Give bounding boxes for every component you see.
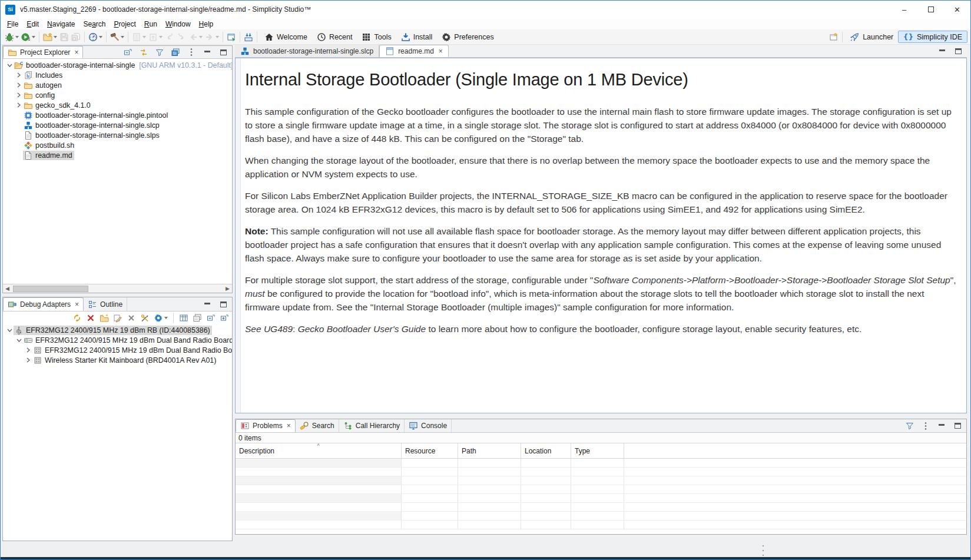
- tree-item-gecko-sdk-4-1-0[interactable]: gecko_sdk_4.1.0: [3, 100, 232, 110]
- si-packages-button[interactable]: Si: [170, 46, 181, 59]
- maximize-view-button[interactable]: [952, 45, 964, 58]
- open-perspective-button[interactable]: [828, 31, 840, 44]
- tree-item-postbuild-sh[interactable]: postbuild.sh: [3, 140, 232, 150]
- build-button[interactable]: [109, 31, 125, 44]
- chevron-right-icon[interactable]: [15, 102, 23, 108]
- maximize-view-button[interactable]: [952, 419, 963, 432]
- tools-button[interactable]: Tools: [357, 31, 396, 44]
- minimize-button[interactable]: –: [891, 1, 917, 18]
- dropdown-arrow-icon[interactable]: [121, 36, 124, 38]
- bottom-tab-console[interactable]: Console: [405, 419, 452, 432]
- bottom-tab-search[interactable]: Search: [296, 419, 339, 432]
- dropdown-arrow-icon[interactable]: [15, 36, 19, 38]
- welcome-button[interactable]: Welcome: [260, 31, 312, 44]
- flash-programmer-button[interactable]: [87, 31, 104, 44]
- maximize-view-button[interactable]: [217, 298, 229, 311]
- refresh-button[interactable]: [71, 312, 83, 324]
- run-button[interactable]: [20, 31, 37, 44]
- tree-item-bootloader-storage-internal-single-slcp[interactable]: bootloader-storage-internal-single.slcp: [3, 120, 232, 130]
- dropdown-arrow-icon[interactable]: [99, 36, 102, 38]
- debug-button[interactable]: [4, 31, 20, 44]
- collapse-all-button[interactable]: [205, 312, 217, 324]
- menu-run[interactable]: Run: [140, 18, 161, 29]
- disconnect-button[interactable]: [85, 312, 97, 324]
- preferences-button[interactable]: Preferences: [437, 31, 498, 44]
- install-button[interactable]: Install: [396, 31, 438, 44]
- view-tab-debug-adapters[interactable]: Debug Adapters×: [3, 297, 84, 311]
- tree-item-autogen[interactable]: autogen: [3, 80, 232, 90]
- chevron-down-icon[interactable]: [5, 328, 14, 333]
- chevron-right-icon[interactable]: [15, 82, 23, 88]
- close-button[interactable]: ✕: [944, 1, 970, 18]
- dropdown-arrow-icon[interactable]: [164, 317, 168, 319]
- scrollbar-thumb[interactable]: [13, 286, 88, 292]
- tree-item-bootloader-storage-internal-single[interactable]: Cbootloader-storage-internal-single[GNU …: [3, 60, 232, 70]
- statusbar-drag-handle[interactable]: [762, 545, 764, 556]
- editor-tab-bootloader-storage-internal-single-slcp[interactable]: bootloader-storage-internal-single.slcp: [235, 45, 379, 57]
- tree-item-efr32mg12-2400-915-mhz-19-dbm-dual-band-ra[interactable]: EFR32MG12 2400/915 MHz 19 dBm Dual Band …: [3, 335, 232, 345]
- column-header-path[interactable]: Path: [458, 443, 521, 458]
- new-group-button[interactable]: [98, 312, 110, 324]
- expand-all-button[interactable]: [218, 312, 230, 324]
- bottom-tab-problems[interactable]: Problems×: [236, 419, 296, 432]
- chevron-right-icon[interactable]: [24, 357, 32, 363]
- minimize-view-button[interactable]: [936, 419, 947, 432]
- view-tab-project-explorer[interactable]: Project Explorer×: [3, 46, 83, 58]
- chevron-right-icon[interactable]: [15, 72, 23, 78]
- launcher-perspective-button[interactable]: Launcher: [845, 31, 898, 43]
- collapse-all-button[interactable]: [122, 46, 134, 59]
- menu-file[interactable]: File: [3, 18, 22, 29]
- close-tab-icon[interactable]: ×: [439, 47, 443, 55]
- tree-item-includes[interactable]: hIncludes: [3, 70, 232, 80]
- new-editor-window-button[interactable]: [226, 31, 237, 44]
- chevron-down-icon[interactable]: [5, 63, 14, 68]
- tree-item-bootloader-storage-internal-single-pintool[interactable]: bootloader-storage-internal-single.pinto…: [3, 110, 232, 120]
- minimize-view-button[interactable]: [936, 45, 948, 58]
- tree-item-bootloader-storage-internal-single-slps[interactable]: bootloader-storage-internal-single.slps: [3, 130, 232, 140]
- filter-button[interactable]: [904, 419, 916, 432]
- minimize-view-button[interactable]: [201, 298, 213, 311]
- menu-navigate[interactable]: Navigate: [43, 18, 79, 29]
- rename-button[interactable]: [112, 312, 124, 324]
- editor-tab-readme-md[interactable]: readme.md×: [379, 45, 449, 57]
- recent-button[interactable]: Recent: [312, 31, 357, 44]
- menu-edit[interactable]: Edit: [22, 18, 43, 29]
- column-header-location[interactable]: Location: [521, 443, 571, 458]
- software-update-button[interactable]: [243, 31, 254, 44]
- column-header-type[interactable]: Type: [571, 443, 624, 458]
- minimize-view-button[interactable]: [201, 46, 213, 59]
- view-tab-outline[interactable]: Outline: [84, 297, 127, 311]
- columns-view-button[interactable]: [178, 312, 190, 324]
- tree-item-efr32mg12-2400-915-mhz-19-dbm-rb-id-440085[interactable]: EFR32MG12 2400/915 MHz 19 dBm RB (ID:440…: [3, 325, 232, 335]
- duplicate-view-button[interactable]: [191, 312, 203, 324]
- menu-window[interactable]: Window: [161, 18, 195, 29]
- chevron-right-icon[interactable]: [15, 92, 23, 98]
- chevron-right-icon[interactable]: [24, 347, 32, 353]
- tree-item-readme-md[interactable]: readme.md: [3, 150, 232, 160]
- menu-help[interactable]: Help: [195, 18, 218, 29]
- settings-gear-button[interactable]: [153, 312, 169, 324]
- close-tab-icon[interactable]: ×: [75, 300, 79, 309]
- scroll-right-icon[interactable]: ▶: [223, 284, 232, 293]
- dropdown-arrow-icon[interactable]: [32, 36, 35, 38]
- device-tools-button[interactable]: [139, 312, 151, 324]
- bottom-tab-call-hierarchy[interactable]: Call Hierarchy: [339, 419, 405, 432]
- dropdown-arrow-icon[interactable]: [54, 36, 57, 38]
- maximize-button[interactable]: [917, 1, 944, 18]
- tree-item-wireless-starter-kit-mainboard-brd4001a-re[interactable]: Wireless Starter Kit Mainboard (BRD4001A…: [3, 355, 232, 365]
- view-menu-button[interactable]: [920, 419, 932, 432]
- delete-button[interactable]: [125, 312, 137, 324]
- close-tab-icon[interactable]: ×: [287, 422, 291, 430]
- horizontal-scrollbar[interactable]: ◀ ▶: [3, 284, 232, 293]
- view-menu-button[interactable]: [185, 46, 197, 59]
- simplicity-ide-perspective-button[interactable]: {}Simplicity IDE: [898, 31, 967, 43]
- scroll-left-icon[interactable]: ◀: [3, 284, 12, 293]
- column-header-resource[interactable]: Resource: [402, 443, 458, 458]
- tree-item-config[interactable]: config: [3, 90, 232, 100]
- close-tab-icon[interactable]: ×: [74, 48, 78, 57]
- tree-item-efr32mg12-2400-915-mhz-19-dbm-dual-band-ra[interactable]: EFR32MG12 2400/915 MHz 19 dBm Dual Band …: [3, 345, 232, 355]
- menu-project[interactable]: Project: [110, 18, 140, 29]
- chevron-down-icon[interactable]: [15, 338, 23, 343]
- link-with-editor-button[interactable]: [138, 46, 150, 59]
- maximize-view-button[interactable]: [217, 46, 229, 59]
